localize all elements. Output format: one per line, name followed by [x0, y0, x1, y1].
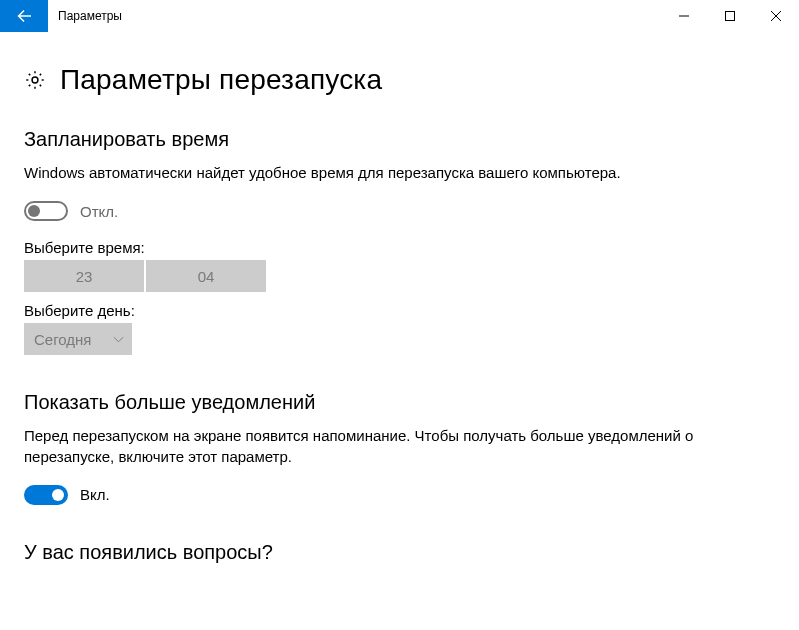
- schedule-toggle-label: Откл.: [80, 203, 118, 220]
- maximize-icon: [725, 11, 735, 21]
- schedule-toggle[interactable]: [24, 201, 68, 221]
- arrow-left-icon: [16, 8, 32, 24]
- close-button[interactable]: [753, 0, 799, 32]
- gear-icon: [24, 69, 46, 91]
- day-label: Выберите день:: [24, 302, 775, 319]
- time-picker: 23 04: [24, 260, 266, 292]
- close-icon: [771, 11, 781, 21]
- window-title: Параметры: [48, 0, 122, 32]
- chevron-down-icon: [113, 334, 124, 345]
- day-dropdown-value: Сегодня: [34, 331, 92, 348]
- help-heading: У вас появились вопросы?: [24, 541, 775, 564]
- svg-rect-1: [726, 12, 735, 21]
- minimize-icon: [679, 11, 689, 21]
- back-button[interactable]: [0, 0, 48, 32]
- maximize-button[interactable]: [707, 0, 753, 32]
- day-dropdown: Сегодня: [24, 323, 132, 355]
- titlebar-spacer: [122, 0, 661, 32]
- time-minute: 04: [144, 260, 266, 292]
- page-title: Параметры перезапуска: [60, 64, 382, 96]
- notify-heading: Показать больше уведомлений: [24, 391, 775, 414]
- notify-toggle[interactable]: [24, 485, 68, 505]
- notify-toggle-label: Вкл.: [80, 486, 110, 503]
- time-hour: 23: [24, 260, 144, 292]
- svg-point-4: [32, 77, 38, 83]
- minimize-button[interactable]: [661, 0, 707, 32]
- notify-description: Перед перезапуском на экране появится на…: [24, 426, 744, 467]
- schedule-heading: Запланировать время: [24, 128, 775, 151]
- schedule-description: Windows автоматически найдет удобное вре…: [24, 163, 744, 183]
- time-label: Выберите время:: [24, 239, 775, 256]
